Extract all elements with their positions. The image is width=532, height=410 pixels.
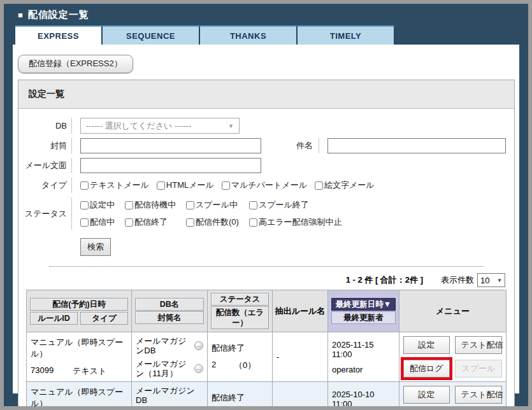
panel-title: 設定一覧 (18, 80, 514, 109)
cell-menu: 設定 テスト配信 配信ログ スプール (399, 382, 507, 410)
type-checkbox-emoji-mail[interactable]: 絵文字メール (315, 180, 375, 191)
search-form: DB ------ 選択してください ------ ▼ 封筒 件名 (18, 109, 514, 265)
spool-button-disabled: スプール (455, 360, 502, 378)
db-name: メールマガジンDB (136, 386, 203, 405)
checkbox-label: 絵文字メール (324, 180, 375, 191)
settings-button[interactable]: 設定 (403, 336, 450, 354)
type-checkbox-text-mail[interactable]: テキストメール (80, 180, 149, 191)
checkbox[interactable] (315, 181, 323, 190)
select-arrow-icon: ▼ (497, 278, 502, 283)
type-checkbox-multipart-mail[interactable]: マルチパートメール (222, 180, 307, 191)
rule-id: 73099 (31, 365, 73, 377)
status-checkbox-configuring[interactable]: 設定中 (80, 199, 115, 211)
checkbox-label: スプール終了 (259, 199, 309, 211)
checkbox[interactable] (186, 218, 194, 227)
header-status: ステータス (211, 293, 269, 306)
checkbox[interactable] (249, 218, 257, 227)
cell-status-count: 配信終了 2 （0） (208, 332, 273, 382)
per-page-value: 10 (480, 276, 489, 285)
status-checkbox-waiting[interactable]: 配信待機中 (125, 199, 176, 211)
mail-body-input[interactable] (80, 158, 261, 173)
ellipsis-tooltip-icon[interactable]: … (194, 364, 203, 373)
error-count: （0） (234, 360, 255, 371)
status-checkbox-spooling[interactable]: スプール中 (186, 199, 239, 211)
list-toolbar: 1 - 2 件 [ 合計：2件 ] 表示件数 10 ▼ (18, 273, 505, 287)
envelope-input[interactable] (80, 138, 261, 153)
delivery-method: マニュアル（即時スプール） (31, 386, 127, 409)
cell-delivery-rule: マニュアル（即時スプール） 68121 テキスト (27, 382, 132, 410)
ellipsis-tooltip-icon[interactable]: … (194, 341, 203, 350)
form-row-body: メール文面 (18, 158, 514, 173)
delivery-status: 配信終了 (212, 343, 268, 354)
result-range-text: 1 - 2 件 [ 合計：2件 ] (346, 274, 423, 286)
checkbox-label: マルチパートメール (231, 180, 307, 191)
status-checkbox-count-zero[interactable]: 配信件数(0) (186, 216, 239, 228)
checkbox-label: 配信中 (90, 216, 115, 228)
status-checkbox-high-error-abort[interactable]: 高エラー配信強制中止 (249, 216, 342, 228)
cell-extract-rule: - (273, 382, 328, 410)
checkbox[interactable] (80, 181, 89, 190)
header-envelope-name: 封筒名 (135, 311, 204, 324)
cell-extract-rule: - (273, 332, 328, 382)
checkbox-label: スプール中 (196, 199, 238, 211)
header-status-count: ステータス 配信数（エラー） (208, 290, 273, 332)
test-delivery-button[interactable]: テスト配信 (455, 336, 502, 354)
delivery-status: 配信終了 (212, 392, 268, 404)
checkbox-label: 設定中 (90, 199, 115, 211)
title-bar: ■ 配信設定一覧 (4, 4, 528, 25)
checkbox[interactable] (222, 181, 230, 190)
checkbox[interactable] (125, 218, 133, 227)
checkbox[interactable] (186, 201, 194, 209)
per-page-select[interactable]: 10 ▼ (477, 273, 505, 287)
header-count-error: 配信数（エラー） (211, 306, 269, 329)
cell-last-updated: 2025-10-10 11:00 operator (328, 382, 399, 410)
db-label: DB (18, 118, 72, 134)
settings-button[interactable]: 設定 (403, 386, 450, 404)
db-name: メールマガジンDB (136, 336, 193, 355)
checkbox-label: HTMLメール (166, 180, 214, 191)
test-delivery-button[interactable]: テスト配信 (455, 386, 502, 404)
cell-menu: 設定 テスト配信 配信ログ スプール (399, 332, 507, 382)
header-last-updater: 最終更新者 (331, 311, 396, 324)
db-select[interactable]: ------ 選択してください ------ ▼ (80, 118, 240, 134)
delivery-count: 2 (212, 360, 234, 371)
tab-thanks[interactable]: THANKS (199, 25, 297, 45)
delivery-method: マニュアル（即時スプール） (31, 337, 127, 360)
checkbox[interactable] (80, 201, 89, 209)
tab-bar: EXPRESS SEQUENCE THANKS TIMELY (15, 25, 528, 45)
status-label: ステータス (18, 197, 72, 230)
updated-at: 2025-11-15 11:00 (332, 340, 395, 359)
sort-last-updated-button[interactable]: 最終更新日時▼ (331, 298, 396, 311)
cell-status-count: 配信終了 2 （0） (208, 382, 273, 410)
tab-express[interactable]: EXPRESS (15, 25, 102, 45)
settings-panel: 設定一覧 DB ------ 選択してください ------ ▼ 封筒 (18, 80, 515, 410)
mail-type: テキスト (73, 365, 106, 377)
form-row-envelope: 封筒 件名 (18, 138, 514, 153)
checkbox[interactable] (125, 201, 133, 209)
status-checkbox-delivering[interactable]: 配信中 (80, 216, 115, 228)
delivery-log-button-highlighted[interactable]: 配信ログ (403, 360, 450, 378)
tab-timely[interactable]: TIMELY (297, 25, 394, 45)
status-checkbox-spool-done[interactable]: スプール終了 (249, 199, 342, 211)
tab-sequence[interactable]: SEQUENCE (102, 25, 199, 45)
checkbox[interactable] (249, 201, 257, 209)
subject-input[interactable] (327, 138, 506, 153)
header-type: タイプ (80, 312, 128, 325)
select-arrow-icon: ▼ (228, 123, 234, 129)
header-db-envelope: DB名 封筒名 (132, 290, 208, 332)
title-square-icon: ■ (18, 10, 23, 20)
register-delivery-button[interactable]: 配信登録（EXPRESS2） (18, 55, 133, 73)
header-db-name: DB名 (135, 298, 204, 311)
checkbox[interactable] (157, 181, 165, 190)
envelope-name: メールマガジン（11月） (136, 359, 193, 378)
checkbox-label: 配信終了 (134, 216, 168, 228)
search-button[interactable]: 検索 (80, 238, 111, 256)
type-checkbox-html-mail[interactable]: HTMLメール (157, 180, 214, 191)
status-checkbox-delivered[interactable]: 配信終了 (125, 216, 176, 228)
checkbox[interactable] (80, 218, 89, 227)
cell-last-updated: 2025-11-15 11:00 operator (328, 332, 399, 382)
table-header-row: 配信(予約)日時 ルールID タイプ DB名 封筒名 ステータス (27, 290, 507, 332)
table-row: マニュアル（即時スプール） 73099 テキスト メールマガジンDB (27, 332, 507, 382)
header-delivery-datetime: 配信(予約)日時 ルールID タイプ (27, 290, 132, 332)
dotted-divider (49, 266, 484, 267)
